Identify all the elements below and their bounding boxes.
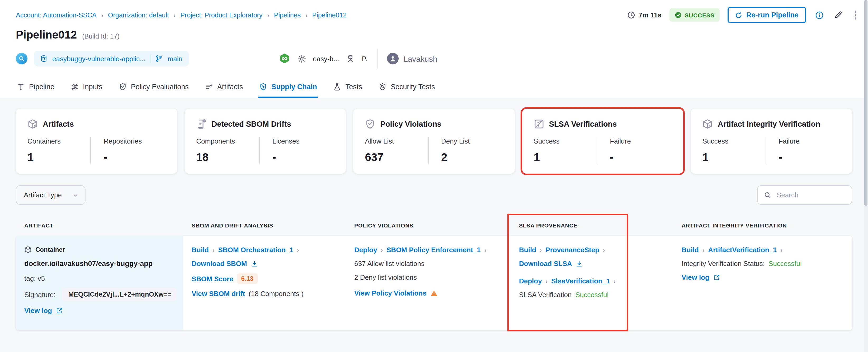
scrollbar-thumb[interactable] [864,0,867,206]
breadcrumb-pipeline012[interactable]: Pipeline012 [312,11,347,19]
stat-label: Success [534,137,597,145]
download-icon [250,260,258,267]
integrity-step-breadcrumb: Build › ArtifactVerification_1 › [682,246,844,254]
vertical-scrollbar[interactable] [864,0,868,352]
external-link-icon [713,274,720,281]
shield-search-icon [378,83,386,91]
artifact-signature: Signature: MEQCICde2Vjl...L+2+mqnOXw== [24,288,175,301]
user-name: Lavakush [403,54,437,63]
column-header-slsa: SLSA PROVENANCE [510,217,673,233]
card-sbom-drifts: Detected SBOM Drifts Components18 Licens… [185,109,346,173]
duration: 7m 11s [627,11,661,19]
policy-step-breadcrumb: Deploy › SBOM Policy Enforcement_1 › [354,246,502,254]
slsa-icon [534,119,544,129]
step-link[interactable]: SBOM Orchestration_1 [218,246,293,254]
clock-icon [627,11,636,19]
app-viewport: Account: Automation-SSCA › Organization:… [0,0,868,352]
stage-link[interactable]: Build [192,246,209,254]
flask-icon [334,83,341,91]
search-box [757,185,852,205]
trigger-meta: easy-b... P. [279,53,368,64]
sbom-score-line: SBOM Score 6.13 [192,274,337,284]
sbom-cell: Build › SBOM Orchestration_1 › Download … [183,236,346,330]
search-input[interactable] [776,191,845,199]
stat-value: 637 [365,151,428,164]
breadcrumb-project[interactable]: Project: Product Exploratory [180,11,262,19]
artifacts-icon [205,83,213,91]
title-row: Pipeline012 (Build Id: 17) [0,23,868,41]
breadcrumb-pipelines[interactable]: Pipelines [274,11,301,19]
tab-pipeline[interactable]: Pipeline [16,77,56,98]
check-circle-icon [675,11,682,19]
edit-pipeline-button[interactable] [832,9,843,21]
duration-value: 7m 11s [639,11,661,19]
tab-inputs[interactable]: Inputs [70,77,103,98]
breadcrumb: Account: Automation-SSCA › Organization:… [16,11,347,19]
top-bar: Account: Automation-SSCA › Organization:… [0,0,868,23]
execution-actions: 7m 11s SUCCESS Re-run Pipeline [627,7,860,23]
artifact-type-badge: Container [24,246,175,253]
build-id: (Build Id: 17) [82,33,120,40]
more-options-button[interactable] [851,9,860,21]
integrity-view-log[interactable]: View log [682,274,844,281]
table-header-row: ARTIFACT SBOM AND DRIFT ANALYSIS POLICY … [16,217,852,233]
stage-link[interactable]: Deploy [354,246,377,254]
slsa-status-value: Successful [575,291,609,299]
download-slsa-link[interactable]: Download SLSA [519,260,665,267]
sbom-score-link[interactable]: SBOM Score [192,275,234,283]
stat-value: 1 [534,151,597,164]
step-link[interactable]: SlsaVerification_1 [551,277,610,285]
stat-label: Licenses [273,137,335,145]
integrity-cell: Build › ArtifactVerification_1 › Integri… [673,236,852,330]
rerun-pipeline-button[interactable]: Re-run Pipeline [728,7,806,23]
table-row: Container docker.io/lavakush07/easy-bugg… [16,236,852,330]
card-title: Detected SBOM Drifts [212,120,291,128]
stat-label: Failure [778,137,841,145]
stage-link[interactable]: Build [682,246,699,254]
download-sbom-link[interactable]: Download SBOM [192,260,337,267]
status-badge: SUCCESS [670,8,720,22]
triggered-by-user: Lavakush [387,53,437,64]
step-link[interactable]: ProvenanceStep [546,246,599,254]
infrastructure-icon [346,54,355,63]
inputs-icon [71,83,79,91]
tab-tests[interactable]: Tests [332,77,363,98]
supply-chain-content: Artifacts Containers1 Repositories- Dete… [0,98,868,330]
stat-value: 1 [703,151,766,164]
stat-label: Failure [610,137,672,145]
summary-cards: Artifacts Containers1 Repositories- Dete… [16,109,852,173]
pipeline-icon [17,83,25,91]
tab-security-tests[interactable]: Security Tests [377,77,436,98]
branch-name: main [167,55,182,63]
execution-info-button[interactable] [814,10,825,20]
view-sbom-drift-link[interactable]: View SBOM drift [192,290,245,298]
stat-label: Deny List [441,137,503,145]
slsa-cell: Build › ProvenanceStep › Download SLSA D… [510,236,673,330]
stage-link[interactable]: Build [519,246,536,254]
breadcrumb-separator: › [267,12,269,18]
tab-supply-chain[interactable]: Supply Chain [258,77,318,98]
breadcrumb-separator: › [101,12,103,18]
stat-value: - [610,151,672,164]
artifact-view-log[interactable]: View log [24,307,175,315]
stat-label: Success [703,137,766,145]
breadcrumb-account[interactable]: Account: Automation-SSCA [16,11,97,19]
repository-icon [40,55,48,62]
stat-value: 1 [27,151,91,164]
cube-icon [27,119,38,129]
repo-branch-pill[interactable]: easybuggy-vulnerable-applic... main [34,51,189,66]
stage-link[interactable]: Deploy [519,277,542,285]
breadcrumb-separator: › [174,12,176,18]
step-link[interactable]: SBOM Policy Enforcement_1 [386,246,481,254]
tab-policy-evaluations[interactable]: Policy Evaluations [118,77,190,98]
breadcrumb-organization[interactable]: Organization: default [108,11,169,19]
cube-icon [703,119,713,129]
artifact-type-dropdown[interactable]: Artifact Type [16,185,86,205]
execution-meta-row: easybuggy-vulnerable-applic... main easy… [0,41,868,77]
column-header-sbom: SBOM AND DRIFT ANALYSIS [183,217,346,233]
filter-row: Artifact Type [16,185,852,205]
view-policy-violations-link[interactable]: View Policy Violations [354,289,502,297]
step-link[interactable]: ArtifactVerification_1 [708,246,777,254]
tab-artifacts[interactable]: Artifacts [204,77,244,98]
stat-label: Repositories [104,137,166,145]
